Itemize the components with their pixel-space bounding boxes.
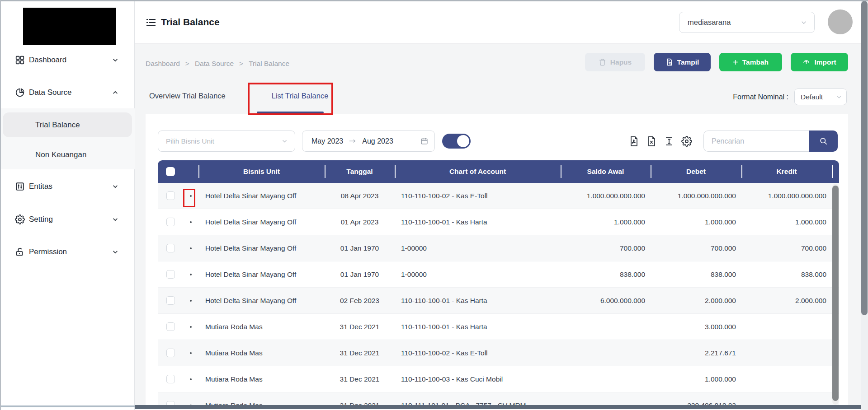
export-excel-icon[interactable] bbox=[646, 136, 657, 147]
table-row: Mutiara Roda Mas31 Dec 2021110-110-100-0… bbox=[158, 340, 839, 366]
table-row: Hotel Delta Sinar Mayang Off01 Jan 19701… bbox=[158, 235, 839, 261]
sidebar-item-permission[interactable]: Permission bbox=[0, 241, 135, 263]
cell-kredit: 838.000 bbox=[741, 270, 832, 279]
window-border-left bbox=[0, 0, 1, 410]
padlock-icon bbox=[15, 247, 25, 257]
sidebar-submenu: Trial Balance Non Keuangan bbox=[0, 108, 135, 169]
search-input[interactable]: Pencarian bbox=[703, 130, 809, 152]
calendar-icon bbox=[420, 137, 428, 145]
cell-chart-of-account: 110-110-100-01 - Kas Harta bbox=[395, 297, 561, 305]
row-checkbox[interactable] bbox=[166, 322, 175, 331]
row-checkbox[interactable] bbox=[166, 218, 175, 226]
sidebar-item-entitas[interactable]: Entitas bbox=[0, 175, 135, 198]
cell-saldo-awal: 700.000 bbox=[561, 244, 651, 252]
row-checkbox[interactable] bbox=[166, 375, 175, 383]
list-trial-balance-panel: Pilih Bisnis Unit May 2023 Aug 2023 bbox=[146, 114, 848, 409]
date-range-picker[interactable]: May 2023 Aug 2023 bbox=[302, 130, 435, 152]
row-select-cell bbox=[158, 375, 183, 383]
col-chart-of-account[interactable]: Chart of Account bbox=[395, 160, 561, 183]
column-settings-icon[interactable] bbox=[681, 136, 692, 147]
kebab-icon bbox=[190, 247, 192, 249]
chevron-down-icon bbox=[112, 183, 118, 190]
row-checkbox[interactable] bbox=[166, 244, 175, 252]
export-pdf-icon[interactable] bbox=[628, 136, 639, 147]
format-nominal-label: Format Nominal : bbox=[733, 93, 788, 101]
table-row: Hotel Delta Sinar Mayang Off01 Jan 19701… bbox=[158, 261, 839, 288]
active-tab-underline bbox=[257, 112, 324, 113]
breadcrumb-dashboard[interactable]: Dashboard bbox=[146, 60, 180, 68]
collapse-sidebar-icon[interactable] bbox=[146, 18, 156, 27]
hapus-button[interactable]: Hapus bbox=[585, 53, 645, 71]
format-nominal-select[interactable]: Default bbox=[794, 89, 847, 105]
table-body: Hotel Delta Sinar Mayang Off08 Apr 20231… bbox=[158, 183, 839, 409]
sidebar-item-setting[interactable]: Setting bbox=[0, 208, 135, 231]
row-checkbox[interactable] bbox=[166, 270, 175, 279]
col-kredit[interactable]: Kredit bbox=[741, 160, 832, 183]
table-row: Hotel Delta Sinar Mayang Off08 Apr 20231… bbox=[158, 183, 839, 209]
table-scrollbar-thumb[interactable] bbox=[832, 186, 839, 401]
bisnis-unit-select[interactable]: Pilih Bisnis Unit bbox=[158, 130, 295, 152]
row-checkbox[interactable] bbox=[166, 349, 175, 357]
plus-icon: + bbox=[733, 58, 738, 67]
row-actions-menu[interactable] bbox=[183, 300, 198, 302]
cell-bisnis-unit: Hotel Delta Sinar Mayang Off bbox=[198, 218, 325, 226]
col-tanggal[interactable]: Tanggal bbox=[325, 160, 395, 183]
cell-tanggal: 31 Dec 2021 bbox=[325, 375, 395, 383]
sidebar-item-dashboard[interactable]: Dashboard bbox=[0, 49, 135, 71]
kebab-icon bbox=[190, 352, 192, 354]
tab-bar: Overview Trial Balance List Trial Balanc… bbox=[149, 92, 328, 100]
date-from[interactable]: May 2023 bbox=[311, 137, 343, 145]
row-actions-menu[interactable] bbox=[183, 247, 198, 249]
cell-tanggal: 01 Jan 1970 bbox=[325, 244, 395, 252]
tab-list-trial-balance[interactable]: List Trial Balance bbox=[272, 92, 329, 100]
row-actions-menu[interactable] bbox=[183, 378, 198, 380]
cell-saldo-awal: 1.000.000 bbox=[561, 218, 651, 226]
import-button[interactable]: Import bbox=[791, 53, 848, 71]
cell-tanggal: 08 Apr 2023 bbox=[325, 192, 395, 200]
pie-chart-icon bbox=[15, 88, 25, 98]
col-debet[interactable]: Debet bbox=[651, 160, 741, 183]
sidebar-item-trial-balance[interactable]: Trial Balance bbox=[3, 112, 132, 137]
row-actions-menu[interactable] bbox=[183, 326, 198, 328]
page-scrollbar-track[interactable] bbox=[861, 0, 868, 410]
tampil-button[interactable]: Tampil bbox=[654, 53, 711, 71]
search-button[interactable] bbox=[809, 130, 838, 152]
row-actions-menu[interactable] bbox=[183, 352, 198, 354]
avatar[interactable] bbox=[828, 9, 853, 34]
row-actions-menu[interactable] bbox=[183, 221, 198, 223]
select-all-checkbox[interactable] bbox=[166, 167, 175, 176]
cell-chart-of-account: 1-00000 bbox=[395, 244, 561, 252]
sidebar-item-data-source[interactable]: Data Source bbox=[0, 81, 135, 104]
horizontal-scrollbar[interactable] bbox=[135, 405, 861, 409]
row-select-cell bbox=[158, 244, 183, 252]
cell-debet: 2.000.000 bbox=[651, 297, 741, 305]
row-select-cell bbox=[158, 322, 183, 331]
tab-overview-trial-balance[interactable]: Overview Trial Balance bbox=[149, 92, 226, 100]
row-actions-menu[interactable] bbox=[183, 274, 198, 275]
chevron-down-icon bbox=[112, 57, 118, 63]
date-to[interactable]: Aug 2023 bbox=[362, 137, 393, 145]
row-checkbox[interactable] bbox=[166, 296, 175, 305]
col-saldo-awal[interactable]: Saldo Awal bbox=[561, 160, 651, 183]
row-actions-menu[interactable] bbox=[183, 195, 198, 197]
cell-kredit: 2.000.000 bbox=[741, 297, 832, 305]
tambah-button[interactable]: + Tambah bbox=[719, 53, 782, 71]
breadcrumb-data-source[interactable]: Data Source bbox=[195, 60, 234, 68]
sidebar-item-non-keuangan[interactable]: Non Keuangan bbox=[3, 142, 132, 167]
select-all-header bbox=[158, 160, 183, 183]
main-content: Dashboard > Data Source > Trial Balance … bbox=[135, 44, 861, 409]
filter-toggle[interactable] bbox=[442, 134, 471, 149]
scrollbar-gutter bbox=[832, 160, 839, 183]
breadcrumb-separator: > bbox=[239, 60, 243, 68]
cell-kredit: 700.000 bbox=[741, 244, 832, 252]
cell-bisnis-unit: Hotel Delta Sinar Mayang Off bbox=[198, 297, 325, 305]
arrow-right-icon bbox=[349, 139, 356, 144]
chevron-down-icon bbox=[112, 216, 118, 223]
row-checkbox[interactable] bbox=[166, 191, 175, 200]
upload-icon bbox=[802, 58, 810, 66]
cell-bisnis-unit: Mutiara Roda Mas bbox=[198, 323, 325, 331]
col-bisnis-unit[interactable]: Bisnis Unit bbox=[198, 160, 325, 183]
page-scrollbar-thumb[interactable] bbox=[861, 1, 868, 315]
company-select[interactable]: mediasarana bbox=[679, 12, 815, 33]
row-height-icon[interactable] bbox=[664, 136, 675, 147]
